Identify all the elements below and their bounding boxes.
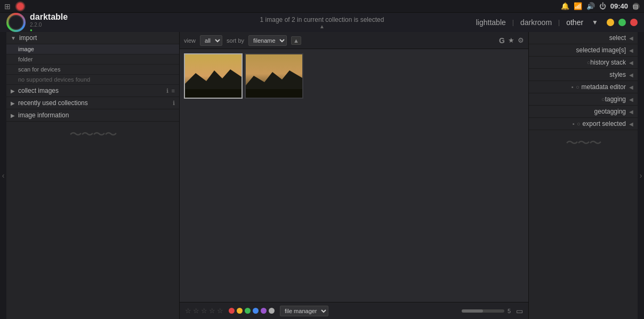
volume-icon: 🔊 [586, 2, 595, 10]
zoom-level: 5 [508, 308, 511, 314]
metadata-circle-icon: ○ [576, 84, 579, 90]
app-grid-icon[interactable]: ⊞ [4, 2, 11, 11]
import-image-item[interactable]: image [6, 44, 179, 54]
recently-info-icon[interactable]: ℹ [173, 100, 175, 107]
dt-logo-small [15, 1, 26, 12]
app-logo [6, 13, 26, 32]
thumb-img-2 [246, 54, 302, 98]
color-dots [229, 308, 275, 314]
metadata-editor-section[interactable]: ▪ ○ metadata editor ◀ [529, 81, 638, 93]
expand-icon[interactable]: ⊟ [632, 3, 640, 10]
collect-actions: ℹ ≡ [166, 87, 175, 94]
thumb-item-1[interactable]: ona [184, 53, 243, 99]
tagging-circle-icon: ○ [601, 96, 605, 102]
left-panel-toggle[interactable]: ‹ [0, 32, 6, 319]
select-section[interactable]: select ◀ [529, 32, 638, 44]
win-maximize-btn[interactable] [618, 19, 626, 26]
left-panel-scroll: ▼ import image folder scan for devices n… [6, 32, 179, 319]
recently-used-label: recently used collections [18, 99, 88, 107]
right-swirl: 〜〜〜 [529, 130, 638, 156]
nav-dropdown-icon[interactable]: ▼ [592, 19, 598, 26]
selected-images-label: selected image[s] [576, 46, 626, 54]
zoom-slider-wrapper: 5 [462, 308, 511, 314]
svg-rect-5 [246, 89, 302, 98]
star-rating-icon[interactable]: ★ [508, 36, 514, 44]
collect-info-icon[interactable]: ℹ [166, 87, 168, 94]
system-bar: ⊞ 🔔 📶 🔊 ⏻ 09:40 ⊟ [0, 0, 644, 13]
thumb-frame-1: ona [184, 53, 243, 99]
export-selected-label: export selected [583, 120, 626, 127]
nav-other[interactable]: other [562, 16, 587, 29]
select-chevron: ◀ [629, 35, 633, 41]
sort-select[interactable]: filename [248, 35, 287, 46]
app-dot: ● [30, 28, 68, 33]
app-name: darktable [30, 12, 68, 22]
system-bar-left: ⊞ [4, 1, 26, 12]
win-minimize-btn[interactable] [607, 19, 614, 26]
import-label: import [19, 34, 37, 42]
export-actions: ▪ ○ [573, 121, 581, 127]
history-stack-section[interactable]: ○ history stack ◀ [529, 57, 638, 69]
star-1[interactable]: ☆ [185, 307, 191, 315]
thumb-frame-2: biru [245, 53, 303, 99]
title-chevron-up: ▲ [319, 23, 325, 29]
thumb-item-2[interactable]: biru [245, 53, 303, 99]
import-section-header[interactable]: ▼ import [6, 32, 179, 44]
star-4[interactable]: ☆ [209, 307, 215, 315]
metadata-editor-label: metadata editor [582, 83, 626, 91]
bottom-bar: ☆ ☆ ☆ ☆ ☆ file manager [180, 302, 528, 319]
import-scan-item[interactable]: scan for devices [6, 65, 179, 75]
recently-used-header[interactable]: ▶ recently used collections ℹ [6, 97, 179, 109]
color-dot-yellow[interactable] [237, 308, 243, 314]
nav-sep1: | [512, 19, 514, 26]
layout-select[interactable]: file manager [280, 306, 328, 316]
nav-menu: lighttable | darkroom | other ▼ [472, 16, 638, 29]
image-info-chevron-icon: ▶ [11, 113, 15, 118]
geotagging-section[interactable]: geotagging ◀ [529, 106, 638, 118]
collect-images-header[interactable]: ▶ collect images ℹ ≡ [6, 85, 179, 97]
left-swirl: 〜〜〜〜 [6, 122, 179, 147]
collect-menu-icon[interactable]: ≡ [172, 87, 175, 94]
collect-images-label: collect images [18, 87, 59, 94]
wifi-icon: 📶 [574, 2, 582, 10]
import-no-devices-item: no supported devices found [6, 75, 179, 85]
thumb-img-1 [185, 54, 241, 98]
sort-direction-btn[interactable]: ▲ [291, 36, 301, 45]
app-name-block: darktable 2.2.0 ● [30, 12, 68, 33]
clock: 09:40 [610, 2, 628, 10]
zoom-slider[interactable] [462, 309, 504, 313]
import-folder-item[interactable]: folder [6, 54, 179, 65]
color-dot-red[interactable] [229, 308, 235, 314]
settings-icon[interactable]: ⚙ [518, 36, 524, 44]
left-panel: ▼ import image folder scan for devices n… [6, 32, 180, 319]
image-info-header[interactable]: ▶ image information [6, 109, 179, 122]
view-mode-btn[interactable]: ▭ [516, 307, 523, 315]
star-5[interactable]: ☆ [217, 307, 223, 315]
import-chevron-icon: ▼ [11, 35, 16, 41]
right-panel: select ◀ selected image[s] ◀ ○ history s… [528, 32, 638, 319]
nav-darkroom[interactable]: darkroom [516, 16, 556, 29]
view-select[interactable]: all [200, 35, 222, 46]
star-2[interactable]: ☆ [193, 307, 199, 315]
color-dot-gray[interactable] [269, 308, 275, 314]
image-grid: ona [180, 49, 528, 302]
star-3[interactable]: ☆ [201, 307, 207, 315]
system-bar-right: 🔔 📶 🔊 ⏻ 09:40 ⊟ [561, 2, 640, 10]
color-dot-green[interactable] [245, 308, 251, 314]
image-info-label: image information [18, 111, 69, 119]
color-dot-blue[interactable] [253, 308, 259, 314]
nav-lighttable[interactable]: lighttable [472, 16, 510, 29]
power-icon: ⏻ [599, 2, 606, 10]
history-chevron: ◀ [629, 60, 633, 66]
view-label: view [184, 37, 196, 44]
tagging-section[interactable]: ○ tagging ◀ [529, 93, 638, 106]
geotagging-chevron: ◀ [629, 109, 633, 115]
export-selected-section[interactable]: ▪ ○ export selected ◀ [529, 118, 638, 130]
selected-images-section[interactable]: selected image[s] ◀ [529, 44, 638, 57]
styles-section[interactable]: styles ◀ [529, 69, 638, 81]
app-version: 2.2.0 [30, 22, 68, 28]
grid-icon-g[interactable]: G [499, 36, 505, 45]
color-dot-purple[interactable] [261, 308, 267, 314]
win-close-btn[interactable] [630, 19, 638, 26]
right-panel-toggle[interactable]: › [638, 32, 644, 319]
